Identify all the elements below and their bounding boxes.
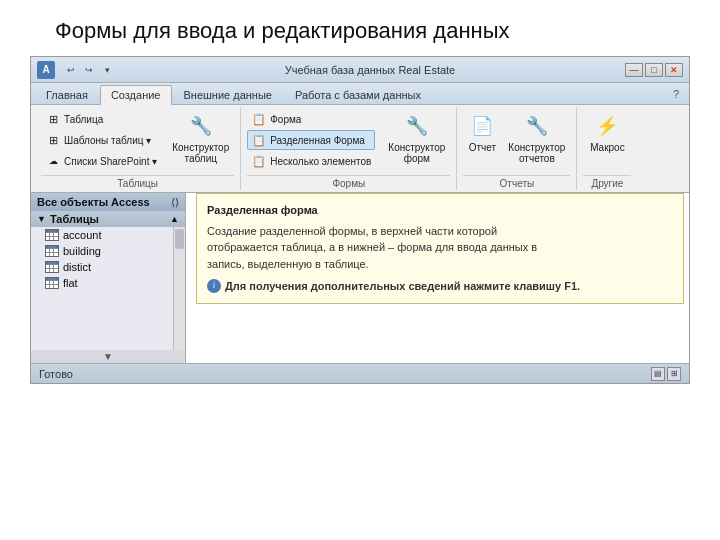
form-designer-button[interactable]: 🔧 Конструкторформ (383, 109, 450, 167)
hint-info-icon: i (207, 279, 221, 293)
app-icon: A (37, 61, 55, 79)
undo-button[interactable]: ↩ (63, 62, 79, 78)
status-text: Готово (39, 368, 73, 380)
table-templates-icon: ⊞ (45, 132, 61, 148)
ribbon-group-forms-label: Формы (247, 175, 450, 190)
ribbon-group-other-label: Другие (583, 175, 631, 190)
tooltip-body: Создание разделенной формы, в верхней ча… (207, 223, 673, 273)
minimize-button[interactable]: — (625, 63, 643, 77)
report-designer-button[interactable]: 🔧 Конструкторотчетов (503, 109, 570, 167)
status-view-icon-2[interactable]: ⊞ (667, 367, 681, 381)
table-icon: ⊞ (45, 111, 61, 127)
split-form-icon: 📋 (251, 132, 267, 148)
form-designer-icon: 🔧 (403, 112, 431, 140)
list-item[interactable]: account (31, 227, 173, 243)
report-icon: 📄 (468, 112, 496, 140)
list-item[interactable]: distict (31, 259, 173, 275)
tooltip-title: Разделенная форма (207, 202, 673, 219)
tab-home[interactable]: Главная (35, 85, 99, 104)
ribbon: ⊞ Таблица ⊞ Шаблоны таблиц ▾ ☁ Списки Sh… (31, 105, 689, 193)
nav-scroll-down[interactable]: ▼ (31, 350, 185, 363)
ribbon-group-reports-label: Отчеты (463, 175, 570, 190)
table-row-icon (45, 261, 59, 273)
macro-icon: ⚡ (593, 112, 621, 140)
list-item[interactable]: building (31, 243, 173, 259)
ribbon-group-other: ⚡ Макрос Другие (577, 107, 637, 190)
tooltip-hint: i Для получения дополнительных сведений … (207, 278, 673, 295)
table-designer-button[interactable]: 🔧 Конструктортаблиц (167, 109, 234, 167)
page-title: Формы для ввода и редактирования данных (0, 0, 720, 56)
tab-create[interactable]: Создание (100, 85, 172, 105)
status-view-icon-1[interactable]: ▤ (651, 367, 665, 381)
form-icon: 📋 (251, 111, 267, 127)
nav-items: account building (31, 227, 185, 350)
table-row-icon (45, 229, 59, 241)
list-item[interactable]: flat (31, 275, 173, 291)
window-title: Учебная база данных Real Estate (285, 64, 456, 76)
report-designer-icon: 🔧 (523, 112, 551, 140)
hint-text: Для получения дополнительных сведений на… (225, 278, 580, 295)
nav-section-menu-icon: ▲ (170, 214, 179, 224)
nav-section-expand-icon: ▼ (37, 214, 46, 224)
tooltip-popup: Разделенная форма Создание разделенной ф… (196, 193, 684, 304)
maximize-button[interactable]: □ (645, 63, 663, 77)
nav-pane-header[interactable]: Все объекты Access ⟨⟩ (31, 193, 185, 211)
table-designer-icon: 🔧 (187, 112, 215, 140)
content-area: Все объекты Access ⟨⟩ ▼ Таблицы ▲ acc (31, 193, 689, 363)
ribbon-help-icon[interactable]: ? (667, 85, 685, 104)
main-area: Разделенная форма Создание разделенной ф… (186, 193, 689, 363)
sharepoint-button[interactable]: ☁ Списки SharePoint ▾ (41, 151, 161, 171)
ribbon-group-reports: 📄 Отчет 🔧 Конструкторотчетов Отчеты (457, 107, 577, 190)
split-form-button[interactable]: 📋 Разделенная Форма (247, 130, 375, 150)
tab-external[interactable]: Внешние данные (173, 85, 283, 104)
quick-access-dropdown[interactable]: ▾ (99, 62, 115, 78)
multiple-items-button[interactable]: 📋 Несколько элементов (247, 151, 375, 171)
report-button[interactable]: 📄 Отчет (463, 109, 501, 156)
title-bar: A ↩ ↪ ▾ Учебная база данных Real Estate … (31, 57, 689, 83)
status-bar: Готово ▤ ⊞ (31, 363, 689, 383)
ribbon-tabs: Главная Создание Внешние данные Работа с… (31, 83, 689, 105)
sharepoint-icon: ☁ (45, 153, 61, 169)
nav-section-header[interactable]: ▼ Таблицы ▲ (31, 211, 185, 227)
table-templates-button[interactable]: ⊞ Шаблоны таблиц ▾ (41, 130, 161, 150)
table-button[interactable]: ⊞ Таблица (41, 109, 161, 129)
nav-header-arrows-icon: ⟨⟩ (171, 197, 179, 208)
table-row-icon (45, 245, 59, 257)
nav-scrollbar[interactable] (173, 227, 185, 350)
tab-database[interactable]: Работа с базами данных (284, 85, 432, 104)
ribbon-group-forms: 📋 Форма 📋 Разделенная Форма 📋 Несколько … (241, 107, 457, 190)
form-button[interactable]: 📋 Форма (247, 109, 375, 129)
multiple-items-icon: 📋 (251, 153, 267, 169)
nav-pane: Все объекты Access ⟨⟩ ▼ Таблицы ▲ acc (31, 193, 186, 363)
close-button[interactable]: ✕ (665, 63, 683, 77)
table-row-icon (45, 277, 59, 289)
redo-button[interactable]: ↪ (81, 62, 97, 78)
access-window: A ↩ ↪ ▾ Учебная база данных Real Estate … (30, 56, 690, 384)
ribbon-group-tables: ⊞ Таблица ⊞ Шаблоны таблиц ▾ ☁ Списки Sh… (35, 107, 241, 190)
ribbon-group-tables-label: Таблицы (41, 175, 234, 190)
macro-button[interactable]: ⚡ Макрос (585, 109, 630, 156)
